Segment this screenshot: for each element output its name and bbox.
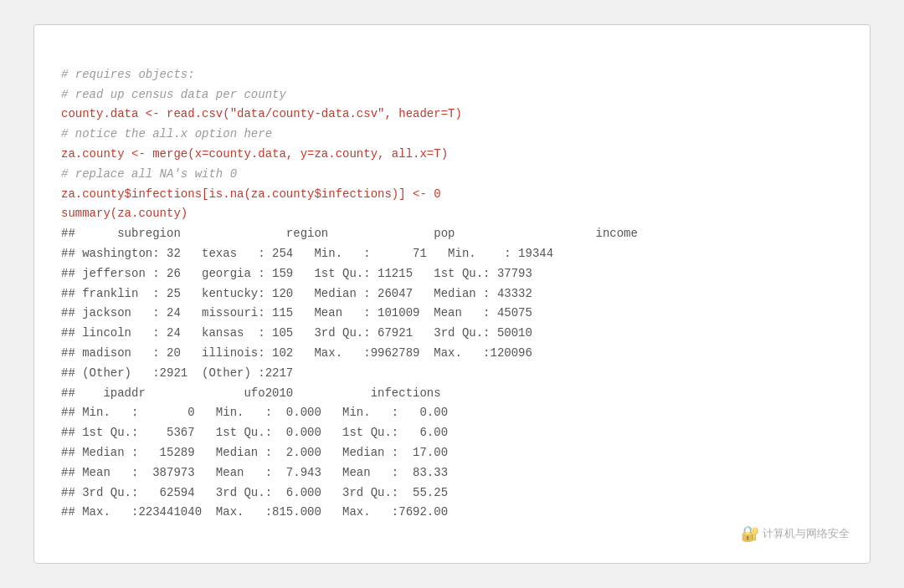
output-row2-4: ## Mean : 387973 Mean : 7.943 Mean : 83.… xyxy=(61,466,448,479)
output-row2-5: ## 3rd Qu.: 62594 3rd Qu.: 6.000 3rd Qu.… xyxy=(61,486,448,499)
comment-line4: # notice the all.x option here xyxy=(61,127,272,141)
output-row1-6: ## madison : 20 illinois: 102 Max. :9962… xyxy=(61,346,532,360)
output-row1-7: ## (Other) :2921 (Other) :2217 xyxy=(61,366,293,380)
code-line5: za.county <- merge(x=county.data, y=za.c… xyxy=(61,147,448,161)
code-line8: summary(za.county) xyxy=(61,207,187,220)
output-row2-1: ## Min. : 0 Min. : 0.000 Min. : 0.00 xyxy=(61,406,448,419)
comment-line6: # replace all NA's with 0 xyxy=(61,167,237,181)
output-row2-3: ## Median : 15289 Median : 2.000 Median … xyxy=(61,446,448,459)
code-line7: za.county$infections[is.na(za.county$inf… xyxy=(61,187,441,201)
watermark-text: 计算机与网络安全 xyxy=(763,526,850,541)
main-container: # requires objects: # read up census dat… xyxy=(33,24,871,564)
output-row1-5: ## lincoln : 24 kansas : 105 3rd Qu.: 67… xyxy=(61,326,532,340)
watermark-icon: 🔐 xyxy=(741,524,759,543)
comment-line2: # read up census data per county xyxy=(61,88,286,101)
output-row2-2: ## 1st Qu.: 5367 1st Qu.: 0.000 1st Qu.:… xyxy=(61,426,448,439)
output-row2-6: ## Max. :223441040 Max. :815.000 Max. :7… xyxy=(61,505,448,519)
output-row1-4: ## jackson : 24 missouri: 115 Mean : 101… xyxy=(61,306,532,320)
output-row1-3: ## franklin : 25 kentucky: 120 Median : … xyxy=(61,287,532,300)
output-row1-1: ## washington: 32 texas : 254 Min. : 71 … xyxy=(61,247,553,260)
output-header2: ## ipaddr ufo2010 infections xyxy=(61,386,441,400)
code-line3: county.data <- read.csv("data/county-dat… xyxy=(61,107,462,120)
watermark: 🔐 计算机与网络安全 xyxy=(741,524,850,543)
output-row1-2: ## jefferson : 26 georgia : 159 1st Qu.:… xyxy=(61,267,532,280)
output-header1: ## subregion region pop income xyxy=(61,227,638,240)
comment-line1: # requires objects: xyxy=(61,68,195,81)
code-area: # requires objects: # read up census dat… xyxy=(61,45,843,543)
